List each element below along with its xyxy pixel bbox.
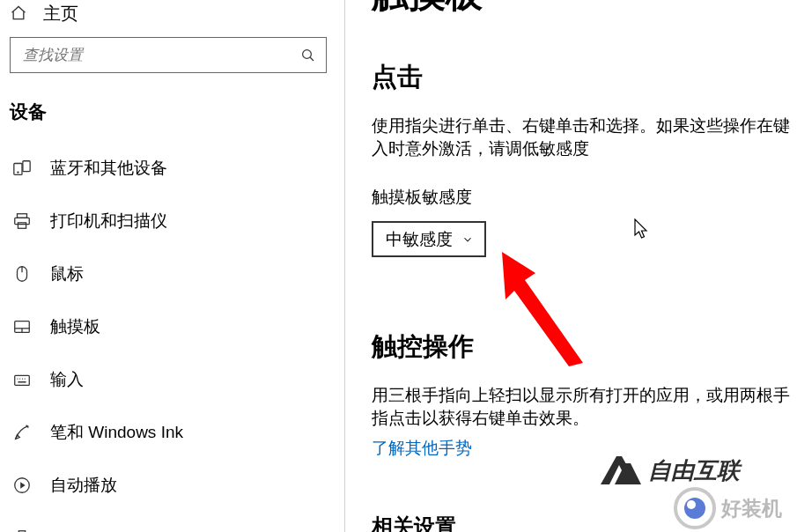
search-settings[interactable] [10, 37, 327, 73]
sidebar-item-printers[interactable]: 打印机和扫描仪 [10, 195, 344, 248]
usb-icon [11, 528, 33, 532]
sidebar-item-autoplay[interactable]: 自动播放 [10, 459, 344, 512]
autoplay-icon [11, 475, 33, 496]
section-touchops-heading: 触控操作 [372, 329, 797, 365]
sidebar-section-title: 设备 [10, 100, 344, 124]
keyboard-icon [11, 369, 33, 390]
sidebar-item-pen[interactable]: 笔和 Windows Ink [10, 406, 344, 459]
section-touchops-desc: 用三根手指向上轻扫以显示所有打开的应用，或用两根手指点击以获得右键单击效果。 [372, 384, 797, 429]
touchpad-icon [11, 316, 33, 337]
sidebar-item-mouse[interactable]: 鼠标 [10, 248, 344, 300]
sidebar-item-home[interactable]: 主页 [10, 0, 344, 26]
section-related-heading: 相关设置 [372, 513, 797, 532]
sidebar-item-label: 触摸板 [50, 315, 100, 338]
sidebar-item-label: USB [50, 528, 85, 532]
sensitivity-label: 触摸板敏感度 [372, 186, 797, 209]
chevron-down-icon [461, 233, 474, 246]
section-tap-desc: 使用指尖进行单击、右键单击和选择。如果这些操作在键入时意外激活，请调低敏感度 [372, 115, 797, 159]
page-title: 触摸板 [372, 0, 797, 12]
sidebar-item-label: 自动播放 [50, 474, 117, 497]
settings-content: 触摸板 点击 使用指尖进行单击、右键单击和选择。如果这些操作在键入时意外激活，请… [345, 0, 797, 532]
search-icon [299, 47, 317, 64]
sidebar-item-label: 笔和 Windows Ink [50, 421, 183, 444]
printer-icon [11, 211, 33, 232]
sidebar-nav-list: 蓝牙和其他设备 打印机和扫描仪 鼠标 触摸板 [10, 142, 344, 532]
sidebar-item-label: 蓝牙和其他设备 [50, 157, 167, 180]
sidebar-item-touchpad[interactable]: 触摸板 [10, 300, 344, 353]
sensitivity-dropdown[interactable]: 中敏感度 [372, 221, 486, 257]
svg-point-3 [18, 172, 18, 173]
sidebar-item-label: 打印机和扫描仪 [50, 210, 167, 233]
learn-gestures-link[interactable]: 了解其他手势 [372, 437, 472, 460]
section-tap-heading: 点击 [372, 60, 797, 95]
pen-icon [11, 422, 33, 443]
sidebar-item-usb[interactable]: USB [10, 512, 344, 532]
svg-rect-2 [23, 161, 30, 172]
settings-sidebar: 主页 设备 蓝牙和其他设备 打印机和扫描仪 [0, 0, 345, 532]
sensitivity-value: 中敏感度 [386, 228, 453, 251]
home-icon [10, 4, 27, 22]
bluetooth-devices-icon [11, 158, 33, 179]
search-input[interactable] [23, 47, 299, 64]
svg-rect-6 [18, 223, 26, 228]
svg-point-0 [303, 49, 312, 58]
svg-rect-9 [15, 375, 30, 385]
sidebar-item-label: 输入 [50, 368, 84, 391]
sidebar-item-label: 鼠标 [50, 262, 84, 285]
sidebar-item-typing[interactable]: 输入 [10, 353, 344, 406]
svg-rect-5 [15, 218, 30, 224]
svg-rect-4 [18, 214, 27, 218]
mouse-icon [11, 263, 33, 284]
sidebar-item-label: 主页 [43, 2, 78, 26]
sidebar-item-bluetooth[interactable]: 蓝牙和其他设备 [10, 142, 344, 195]
